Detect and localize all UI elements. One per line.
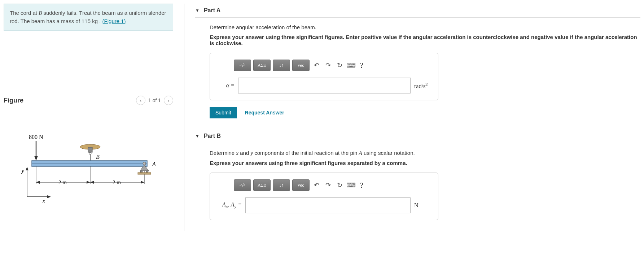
vec-button[interactable]: vec [292,179,310,191]
caret-down-icon: ▼ [195,8,200,13]
toolbar: ▫√▫ ΑΣφ ↓↑ vec ↶ ↷ ↻ ⌨ ? [216,60,432,71]
help-icon[interactable]: ? [358,61,365,70]
svg-rect-3 [88,147,92,152]
svg-point-4 [89,152,91,154]
part-b-answer-input[interactable] [245,197,411,213]
figure-prev-button[interactable]: ‹ [136,96,145,105]
part-a-header[interactable]: ▼ Part A [195,4,640,18]
load-label: 800 N [29,134,43,140]
part-b-var-label: Ax, Ay = [216,201,242,209]
templates-button[interactable]: ▫√▫ [234,60,251,71]
problem-text: . [98,18,102,24]
figure-title: Figure [4,97,23,104]
svg-marker-23 [26,167,29,170]
part-b: ▼ Part B Determine x and y components of… [195,129,640,220]
dim1: 2 m [58,179,67,185]
part-b-title: Part B [204,133,221,139]
problem-text: The cord at [10,10,39,16]
vec-button[interactable]: vec [292,60,310,71]
part-b-prompt: Determine x and y components of the init… [210,150,640,156]
svg-rect-21 [138,173,151,174]
svg-marker-16 [141,181,144,184]
svg-marker-25 [47,195,51,198]
svg-marker-13 [87,181,90,184]
figure-pager-label: 1 of 1 [148,97,161,103]
undo-icon[interactable]: ↶ [312,61,321,70]
keyboard-icon[interactable]: ⌨ [346,61,356,70]
figure-next-button[interactable]: › [164,96,173,105]
part-a: ▼ Part A Determine angular acceleration … [195,4,640,118]
label-A: A [152,161,156,167]
part-a-answer-input[interactable] [238,78,411,93]
subsup-button[interactable]: ↓↑ [273,60,290,71]
request-answer-link[interactable]: Request Answer [245,110,284,116]
svg-marker-15 [90,181,94,184]
text: components of the initial reaction at th… [253,150,359,156]
part-b-unit: N [414,202,432,209]
label-B: B [96,154,100,160]
text: Determine [210,150,236,156]
part-a-answer-panel: ▫√▫ ΑΣφ ↓↑ vec ↶ ↷ ↻ ⌨ ? α = rad/s2 [210,53,438,100]
help-icon[interactable]: ? [358,181,365,190]
part-a-var-label: α = [216,82,235,89]
text: using scalar notation. [362,150,415,156]
part-b-instruction: Express your answers using three signifi… [210,160,640,166]
problem-var-B: B [39,10,42,16]
axis-x: x [42,198,45,204]
text: and [238,150,250,156]
part-a-title: Part A [204,7,221,14]
figure-diagram: 800 N B 2 m [4,130,173,217]
figure-header: Figure ‹ 1 of 1 › [4,96,173,108]
redo-icon[interactable]: ↷ [323,61,333,70]
problem-statement: The cord at B suddenly fails. Treat the … [4,4,173,31]
var-A: A [359,150,362,156]
toolbar: ▫√▫ ΑΣφ ↓↑ vec ↶ ↷ ↻ ⌨ ? [216,179,432,191]
part-b-header[interactable]: ▼ Part B [195,129,640,143]
svg-marker-1 [34,156,38,161]
svg-marker-12 [36,181,40,184]
reset-icon[interactable]: ↻ [335,180,344,190]
part-a-prompt: Determine angular acceleration of the be… [210,24,640,30]
part-b-answer-panel: ▫√▫ ΑΣφ ↓↑ vec ↶ ↷ ↻ ⌨ ? Ax, Ay = N [210,173,438,220]
templates-button[interactable]: ▫√▫ [234,179,251,191]
submit-button[interactable]: Submit [210,107,237,118]
undo-icon[interactable]: ↶ [312,180,321,190]
dim2: 2 m [113,179,121,185]
axis-y: y [21,168,24,174]
figure-link[interactable]: (Figure 1) [102,18,126,24]
svg-point-17 [143,162,146,165]
problem-unit: kg [92,18,98,24]
greek-button[interactable]: ΑΣφ [253,60,271,71]
part-a-unit: rad/s2 [414,82,432,90]
figure-pager: ‹ 1 of 1 › [136,96,173,105]
redo-icon[interactable]: ↷ [323,180,333,190]
greek-button[interactable]: ΑΣφ [253,179,271,191]
caret-down-icon: ▼ [195,134,200,139]
part-a-instruction: Express your answer using three signific… [210,34,640,46]
subsup-button[interactable]: ↓↑ [273,179,290,191]
keyboard-icon[interactable]: ⌨ [346,180,356,190]
reset-icon[interactable]: ↻ [335,61,344,70]
